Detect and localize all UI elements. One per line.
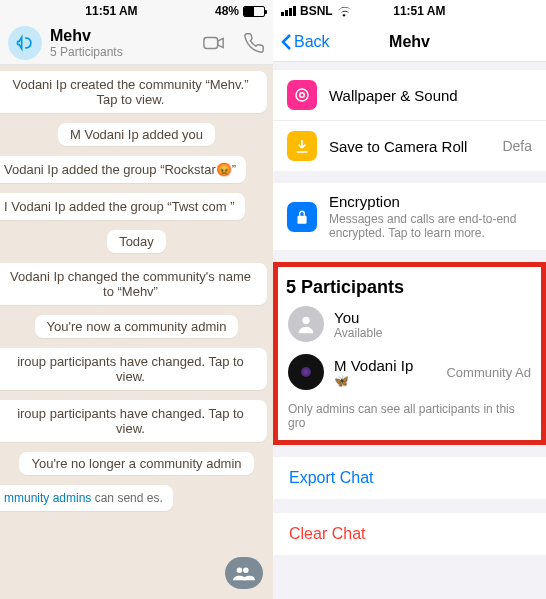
download-icon: [287, 131, 317, 161]
lock-icon: [287, 202, 317, 232]
system-message[interactable]: iroup participants have changed. Tap to …: [0, 348, 267, 390]
participant-name: You: [334, 309, 382, 326]
clear-chat-button[interactable]: Clear Chat: [273, 513, 546, 555]
participant-you[interactable]: You Available: [278, 300, 541, 348]
community-admins-link[interactable]: mmunity admins: [4, 491, 91, 505]
chat-title: Mehv: [50, 27, 195, 45]
status-time-left: 11:51 AM: [85, 4, 137, 18]
system-message: I Vodani Ip added the group “Twst com ”: [0, 193, 245, 220]
participant-count: 5 Participants: [50, 45, 195, 59]
status-carrier: BSNL: [300, 4, 333, 18]
system-message: Vodani Ip added the group “Rockstar😡”: [0, 156, 246, 183]
status-time-right: 11:51 AM: [393, 4, 445, 18]
svg-point-2: [243, 568, 249, 574]
participant-vodani[interactable]: M Vodani Ip 🦋 Community Ad: [278, 348, 541, 396]
participants-heading: 5 Participants: [278, 267, 541, 300]
wallpaper-icon: [287, 80, 317, 110]
system-message[interactable]: iroup participants have changed. Tap to …: [0, 400, 267, 442]
system-message[interactable]: Vodani Ip created the community “Mehv.” …: [0, 71, 267, 113]
footer-note: mmunity admins can send es.: [0, 485, 173, 511]
save-camera-roll-row[interactable]: Save to Camera Roll Defa: [273, 120, 546, 171]
system-message: M Vodani Ip added you: [58, 123, 215, 146]
participants-note: Only admins can see all participants in …: [278, 396, 541, 440]
svg-rect-0: [204, 38, 218, 49]
date-divider: Today: [107, 230, 166, 253]
avatar: [288, 354, 324, 390]
svg-rect-5: [297, 215, 306, 223]
phone-call-icon[interactable]: [243, 32, 265, 54]
system-message: Vodani Ip changed the community's name t…: [0, 263, 267, 305]
encryption-row[interactable]: Encryption Messages and calls are end-to…: [273, 183, 546, 250]
video-call-icon[interactable]: [203, 32, 225, 54]
svg-point-4: [296, 89, 308, 101]
battery-icon: [243, 6, 265, 17]
megaphone-icon: [8, 26, 42, 60]
system-message: You're now a community admin: [35, 315, 239, 338]
chevron-left-icon: [281, 33, 292, 51]
avatar-placeholder-icon: [288, 306, 324, 342]
participant-emoji: 🦋: [334, 374, 413, 388]
wallpaper-label: Wallpaper & Sound: [329, 87, 532, 104]
encryption-sub: Messages and calls are end-to-end encryp…: [329, 212, 532, 240]
battery-percent: 48%: [215, 4, 239, 18]
system-message: You're no longer a community admin: [19, 452, 253, 475]
back-button[interactable]: Back: [281, 33, 330, 51]
wifi-icon: [337, 6, 351, 17]
export-chat-button[interactable]: Export Chat: [273, 457, 546, 499]
camera-roll-label: Save to Camera Roll: [329, 138, 490, 155]
participant-role: Community Ad: [446, 365, 531, 380]
svg-point-6: [302, 317, 309, 324]
participant-status: Available: [334, 326, 382, 340]
chat-header[interactable]: Mehv 5 Participants: [0, 22, 273, 65]
chat-body: Vodani Ip created the community “Mehv.” …: [0, 65, 273, 599]
wallpaper-sound-row[interactable]: Wallpaper & Sound: [273, 70, 546, 120]
participants-section: 5 Participants You Available M Vodani Ip…: [273, 262, 546, 445]
svg-point-1: [237, 568, 243, 574]
signal-icon: [281, 6, 296, 16]
info-title: Mehv: [389, 33, 430, 51]
participant-name: M Vodani Ip: [334, 357, 413, 374]
camera-roll-value: Defa: [502, 138, 532, 154]
svg-point-3: [300, 93, 305, 98]
encryption-label: Encryption: [329, 193, 532, 210]
compose-button[interactable]: [225, 557, 263, 589]
